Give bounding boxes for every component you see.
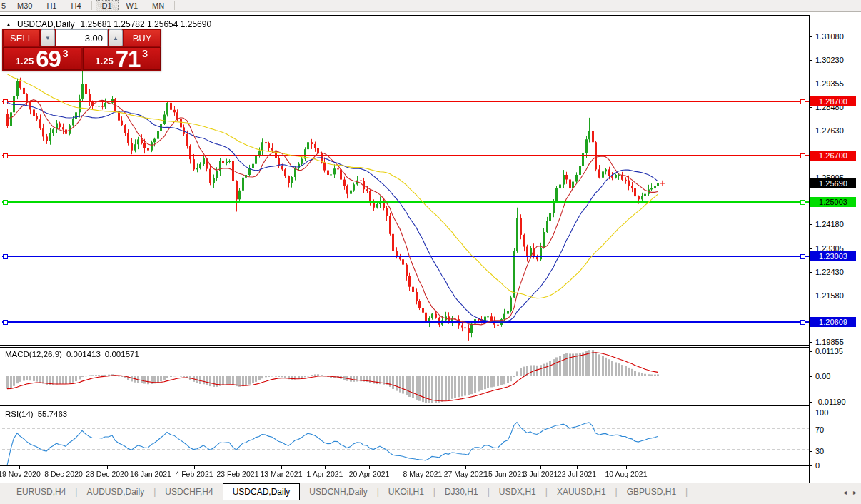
toolbar-timeframe-H1[interactable]: H1: [40, 0, 63, 11]
tab-USDX,H1[interactable]: USDX,H1: [490, 483, 545, 500]
tab-scroll-right[interactable]: ▸: [853, 488, 857, 496]
axis-tick-mark: [810, 131, 812, 131]
price-tag-1.25003: 1.25003: [810, 197, 856, 207]
sell-button[interactable]: SELL: [3, 29, 40, 46]
price-tick-1.30230: 1.30230: [815, 56, 844, 64]
date-label: 10 Aug 2021: [605, 470, 648, 478]
axis-tick-mark: [810, 36, 812, 37]
axis-tick-mark: [810, 248, 812, 249]
price-axis[interactable]: 1.310801.302301.293551.284801.276301.259…: [809, 15, 861, 483]
chart-title: USDCAD,Daily: [17, 19, 75, 29]
chart-tab-bar: EURUSD,H4|AUDUSD,Daily|USDCHF,H4USDCAD,D…: [0, 483, 861, 500]
tab-DJ30,H1[interactable]: DJ30,H1: [435, 483, 488, 500]
rsi-tick-30: 30: [815, 447, 824, 455]
price-tick-1.31080: 1.31080: [815, 32, 844, 41]
axis-tick-mark: [810, 224, 812, 225]
bid-pip-digit: 3: [63, 48, 69, 59]
rsi-value: 55.7463: [38, 410, 68, 418]
toolbar-separator: [174, 1, 175, 10]
timeframe-toolbar: 5M30H1H4D1W1MN: [0, 0, 861, 12]
tab-separator: |: [685, 483, 688, 500]
date-label: 4 Feb 2021: [175, 470, 213, 478]
tab-EURUSD,H4[interactable]: EURUSD,H4: [7, 483, 75, 500]
tab-UKOil,H1[interactable]: UKOil,H1: [379, 483, 433, 500]
volume-increase-button[interactable]: ▲: [109, 29, 123, 46]
ask-big-digits: 71: [116, 49, 141, 69]
tab-USDCNH,Daily[interactable]: USDCNH,Daily: [300, 483, 376, 500]
date-label: 13 Mar 2021: [261, 470, 303, 478]
panel-separator[interactable]: [0, 345, 861, 346]
toolbar-timeframe-M30[interactable]: M30: [11, 0, 39, 11]
axis-tick-mark: [810, 402, 812, 403]
tab-scroll-left[interactable]: ◂: [843, 488, 847, 496]
date-label: 8 Dec 2020: [44, 470, 83, 478]
date-label: 22 Jul 2021: [558, 470, 596, 478]
price-tag-1.25690: 1.25690: [810, 178, 856, 188]
price-tag-1.20609: 1.20609: [810, 317, 856, 327]
volume-decrease-button[interactable]: ▼: [41, 29, 55, 46]
panel-separator[interactable]: [0, 408, 861, 408]
tab-USDCAD,Daily[interactable]: USDCAD,Daily: [223, 483, 301, 500]
price-tick-1.29355: 1.29355: [815, 79, 844, 88]
price-tick-1.19855: 1.19855: [815, 338, 844, 346]
ask-pip-digit: 3: [142, 48, 148, 59]
axis-tick-mark: [810, 84, 812, 84]
date-label: 1 Apr 2021: [307, 470, 343, 478]
macd-tick-0.01135: 0.01135: [815, 347, 843, 356]
rsi-tick-100: 100: [815, 408, 828, 417]
date-label: 23 Feb 2021: [217, 470, 259, 478]
chart-ohlc-values: 1.25681 1.25782 1.25654 1.25690: [81, 19, 212, 29]
bid-big-digits: 69: [36, 49, 61, 69]
axis-tick-mark: [810, 342, 812, 343]
macd-label-row: MACD(12,26,9) 0.001413 0.001571: [5, 350, 139, 358]
price-tag-1.23003: 1.23003: [810, 251, 856, 261]
bid-prefix: 1.25: [16, 56, 34, 66]
panel-separator[interactable]: [0, 405, 861, 406]
axis-tick-mark: [810, 107, 812, 108]
price-tick-1.21580: 1.21580: [815, 291, 844, 300]
macd-name: MACD(12,26,9): [5, 350, 62, 358]
date-label: 3 Jul 2021: [523, 470, 558, 478]
axis-tick-mark: [810, 413, 812, 413]
panel-separator: [0, 465, 861, 466]
tab-USDCHF,H4[interactable]: USDCHF,H4: [156, 483, 222, 500]
rsi-tick-0: 0: [815, 461, 820, 470]
date-label: 20 Apr 2021: [349, 470, 390, 478]
toolbar-timeframe-MN[interactable]: MN: [146, 0, 171, 11]
date-label: 19 Nov 2020: [0, 470, 41, 478]
bid-price-panel[interactable]: 1.25 69 3: [3, 47, 81, 70]
date-label: 8 May 2021: [403, 470, 443, 478]
axis-tick-mark: [810, 451, 812, 452]
status-strip: [0, 500, 861, 504]
ask-price-panel[interactable]: 1.25 71 3: [83, 47, 161, 70]
axis-tick-mark: [810, 430, 812, 430]
date-label: 27 May 2021: [444, 470, 488, 478]
macd-tick--0.01190: -0.01190: [815, 398, 846, 406]
axis-tick-mark: [810, 351, 812, 352]
tab-scroll-arrows: ◂▸: [843, 483, 857, 500]
axis-tick-mark: [810, 60, 812, 61]
price-tag-1.28700: 1.28700: [810, 96, 856, 106]
toolbar-timeframe-5[interactable]: 5: [1, 0, 9, 11]
axis-tick-mark: [810, 465, 812, 466]
panel-separator[interactable]: [0, 347, 861, 348]
chart-canvas[interactable]: [0, 16, 809, 482]
volume-field[interactable]: 3.00: [56, 29, 108, 46]
tab-GBPUSD,H1[interactable]: GBPUSD,H1: [618, 483, 685, 500]
collapse-icon[interactable]: ▲: [6, 21, 11, 28]
tab-XAUUSD,H1[interactable]: XAUUSD,H1: [548, 483, 615, 500]
toolbar-timeframe-W1[interactable]: W1: [120, 0, 145, 11]
price-tick-1.22430: 1.22430: [815, 268, 844, 276]
rsi-name: RSI(14): [5, 410, 34, 418]
toolbar-timeframe-H4[interactable]: H4: [64, 0, 87, 11]
toolbar-timeframe-D1[interactable]: D1: [96, 0, 119, 11]
price-tick-1.24180: 1.24180: [815, 220, 844, 228]
toolbar-separator: [91, 1, 92, 10]
ask-prefix: 1.25: [95, 56, 113, 66]
tab-AUDUSD,Daily[interactable]: AUDUSD,Daily: [77, 483, 153, 500]
axis-tick-mark: [810, 296, 812, 296]
buy-button[interactable]: BUY: [124, 29, 161, 46]
rsi-tick-70: 70: [815, 425, 824, 434]
price-tick-1.27630: 1.27630: [815, 126, 844, 135]
axis-tick-mark: [810, 376, 812, 377]
